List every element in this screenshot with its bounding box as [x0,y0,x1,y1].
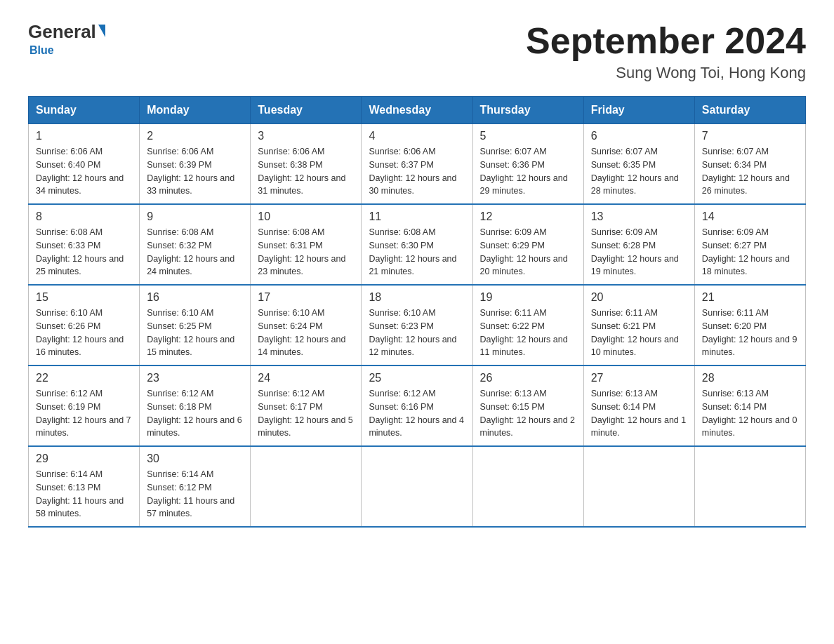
day-number: 5 [480,130,576,142]
calendar-week-row: 29Sunrise: 6:14 AMSunset: 6:13 PMDayligh… [29,446,806,527]
calendar-cell: 22Sunrise: 6:12 AMSunset: 6:19 PMDayligh… [29,365,140,446]
weekday-header-sunday: Sunday [29,97,140,124]
day-number: 9 [147,210,243,223]
calendar-cell: 18Sunrise: 6:10 AMSunset: 6:23 PMDayligh… [362,285,472,365]
calendar-cell: 12Sunrise: 6:09 AMSunset: 6:29 PMDayligh… [472,204,583,285]
day-number: 4 [369,130,465,142]
day-info: Sunrise: 6:08 AMSunset: 6:33 PMDaylight:… [36,226,132,279]
weekday-header-tuesday: Tuesday [251,97,362,124]
calendar-cell: 30Sunrise: 6:14 AMSunset: 6:12 PMDayligh… [140,446,251,527]
day-info: Sunrise: 6:12 AMSunset: 6:18 PMDaylight:… [147,387,243,440]
day-number: 27 [591,372,687,384]
location-subtitle: Sung Wong Toi, Hong Kong [526,64,806,82]
calendar-cell: 19Sunrise: 6:11 AMSunset: 6:22 PMDayligh… [472,285,583,365]
day-info: Sunrise: 6:08 AMSunset: 6:31 PMDaylight:… [258,226,354,279]
page-header: General Blue September 2024 Sung Wong To… [28,21,806,82]
calendar-cell: 7Sunrise: 6:07 AMSunset: 6:34 PMDaylight… [694,124,805,205]
day-number: 6 [591,130,687,142]
calendar-cell: 13Sunrise: 6:09 AMSunset: 6:28 PMDayligh… [583,204,694,285]
day-number: 8 [36,210,132,223]
day-number: 14 [702,210,798,223]
calendar-cell: 4Sunrise: 6:06 AMSunset: 6:37 PMDaylight… [362,124,472,205]
day-number: 13 [591,210,687,223]
calendar-week-row: 22Sunrise: 6:12 AMSunset: 6:19 PMDayligh… [29,365,806,446]
weekday-header-thursday: Thursday [472,97,583,124]
day-number: 22 [36,372,132,384]
day-info: Sunrise: 6:11 AMSunset: 6:20 PMDaylight:… [702,307,798,359]
day-info: Sunrise: 6:14 AMSunset: 6:12 PMDaylight:… [147,468,243,521]
day-number: 25 [369,372,465,384]
day-number: 26 [480,372,576,384]
calendar-cell: 29Sunrise: 6:14 AMSunset: 6:13 PMDayligh… [29,446,140,527]
day-number: 19 [480,291,576,304]
day-info: Sunrise: 6:13 AMSunset: 6:14 PMDaylight:… [591,387,687,440]
calendar-cell: 28Sunrise: 6:13 AMSunset: 6:14 PMDayligh… [694,365,805,446]
calendar-cell: 27Sunrise: 6:13 AMSunset: 6:14 PMDayligh… [583,365,694,446]
day-number: 3 [258,130,354,142]
day-number: 15 [36,291,132,304]
day-number: 16 [147,291,243,304]
day-number: 23 [147,372,243,384]
day-info: Sunrise: 6:12 AMSunset: 6:19 PMDaylight:… [36,387,132,440]
day-info: Sunrise: 6:14 AMSunset: 6:13 PMDaylight:… [36,468,132,521]
day-number: 28 [702,372,798,384]
calendar-cell: 23Sunrise: 6:12 AMSunset: 6:18 PMDayligh… [140,365,251,446]
calendar-cell: 24Sunrise: 6:12 AMSunset: 6:17 PMDayligh… [251,365,362,446]
calendar-cell: 2Sunrise: 6:06 AMSunset: 6:39 PMDaylight… [140,124,251,205]
day-number: 2 [147,130,243,142]
logo-triangle-icon [98,25,105,37]
day-number: 29 [36,452,132,465]
calendar-cell: 8Sunrise: 6:08 AMSunset: 6:33 PMDaylight… [29,204,140,285]
calendar-cell: 5Sunrise: 6:07 AMSunset: 6:36 PMDaylight… [472,124,583,205]
day-number: 30 [147,452,243,465]
weekday-header-row: SundayMondayTuesdayWednesdayThursdayFrid… [29,97,806,124]
calendar-cell: 17Sunrise: 6:10 AMSunset: 6:24 PMDayligh… [251,285,362,365]
day-info: Sunrise: 6:09 AMSunset: 6:27 PMDaylight:… [702,226,798,279]
month-year-title: September 2024 [526,21,806,61]
calendar-cell: 26Sunrise: 6:13 AMSunset: 6:15 PMDayligh… [472,365,583,446]
calendar-cell [583,446,694,527]
day-number: 17 [258,291,354,304]
day-number: 21 [702,291,798,304]
calendar-cell [362,446,472,527]
day-info: Sunrise: 6:13 AMSunset: 6:14 PMDaylight:… [702,387,798,440]
day-info: Sunrise: 6:08 AMSunset: 6:32 PMDaylight:… [147,226,243,279]
day-number: 20 [591,291,687,304]
day-info: Sunrise: 6:13 AMSunset: 6:15 PMDaylight:… [480,387,576,440]
day-info: Sunrise: 6:11 AMSunset: 6:21 PMDaylight:… [591,307,687,359]
calendar-week-row: 1Sunrise: 6:06 AMSunset: 6:40 PMDaylight… [29,124,806,205]
calendar-week-row: 15Sunrise: 6:10 AMSunset: 6:26 PMDayligh… [29,285,806,365]
calendar-cell: 15Sunrise: 6:10 AMSunset: 6:26 PMDayligh… [29,285,140,365]
logo-blue: Blue [29,44,54,57]
calendar-cell: 3Sunrise: 6:06 AMSunset: 6:38 PMDaylight… [251,124,362,205]
day-info: Sunrise: 6:06 AMSunset: 6:37 PMDaylight:… [369,145,465,198]
day-info: Sunrise: 6:06 AMSunset: 6:38 PMDaylight:… [258,145,354,198]
day-info: Sunrise: 6:09 AMSunset: 6:28 PMDaylight:… [591,226,687,279]
day-info: Sunrise: 6:10 AMSunset: 6:24 PMDaylight:… [258,307,354,359]
day-info: Sunrise: 6:10 AMSunset: 6:23 PMDaylight:… [369,307,465,359]
weekday-header-saturday: Saturday [694,97,805,124]
calendar-cell: 14Sunrise: 6:09 AMSunset: 6:27 PMDayligh… [694,204,805,285]
calendar-cell: 10Sunrise: 6:08 AMSunset: 6:31 PMDayligh… [251,204,362,285]
calendar-cell: 16Sunrise: 6:10 AMSunset: 6:25 PMDayligh… [140,285,251,365]
weekday-header-wednesday: Wednesday [362,97,472,124]
day-info: Sunrise: 6:06 AMSunset: 6:40 PMDaylight:… [36,145,132,198]
calendar-cell: 20Sunrise: 6:11 AMSunset: 6:21 PMDayligh… [583,285,694,365]
day-info: Sunrise: 6:12 AMSunset: 6:16 PMDaylight:… [369,387,465,440]
calendar-cell [694,446,805,527]
calendar-cell: 1Sunrise: 6:06 AMSunset: 6:40 PMDaylight… [29,124,140,205]
calendar-cell: 11Sunrise: 6:08 AMSunset: 6:30 PMDayligh… [362,204,472,285]
calendar-cell [251,446,362,527]
day-info: Sunrise: 6:09 AMSunset: 6:29 PMDaylight:… [480,226,576,279]
day-number: 18 [369,291,465,304]
day-info: Sunrise: 6:10 AMSunset: 6:26 PMDaylight:… [36,307,132,359]
day-number: 12 [480,210,576,223]
calendar-cell: 6Sunrise: 6:07 AMSunset: 6:35 PMDaylight… [583,124,694,205]
calendar-table: SundayMondayTuesdayWednesdayThursdayFrid… [28,96,806,528]
logo-text: General [28,21,105,43]
day-info: Sunrise: 6:12 AMSunset: 6:17 PMDaylight:… [258,387,354,440]
day-number: 10 [258,210,354,223]
day-info: Sunrise: 6:08 AMSunset: 6:30 PMDaylight:… [369,226,465,279]
day-info: Sunrise: 6:06 AMSunset: 6:39 PMDaylight:… [147,145,243,198]
weekday-header-friday: Friday [583,97,694,124]
